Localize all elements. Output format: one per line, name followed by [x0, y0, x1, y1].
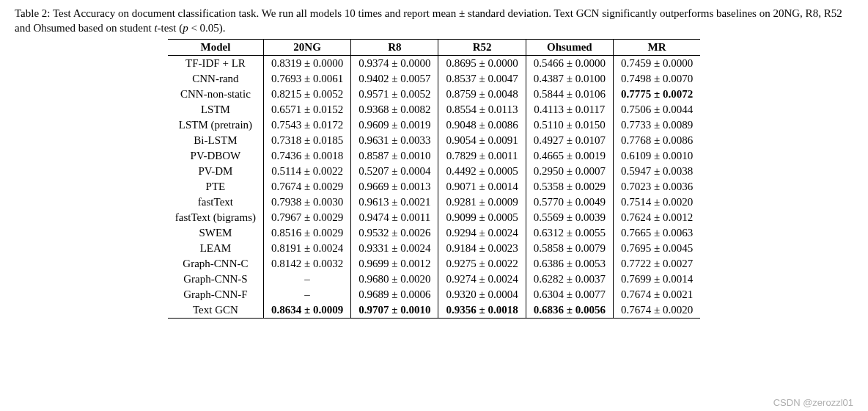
model-cell: CNN-rand [168, 71, 264, 87]
value-cell: 0.9613 ± 0.0021 [351, 194, 438, 210]
model-cell: Bi-LSTM [168, 133, 264, 148]
value-cell: 0.7967 ± 0.0029 [264, 210, 351, 225]
model-cell: CNN-non-static [168, 87, 264, 102]
value-cell: – [264, 287, 351, 302]
value-cell: 0.7514 ± 0.0020 [613, 194, 700, 210]
value-cell: 0.7459 ± 0.0000 [613, 55, 700, 71]
value-cell: 0.9699 ± 0.0012 [351, 256, 438, 272]
table-row: LSTM0.6571 ± 0.01520.9368 ± 0.00820.8554… [168, 102, 700, 117]
value-cell: 0.5466 ± 0.0000 [526, 55, 613, 71]
value-cell: 0.5770 ± 0.0049 [526, 194, 613, 210]
col-model: Model [168, 39, 264, 55]
value-cell: 0.7023 ± 0.0036 [613, 179, 700, 194]
value-cell: 0.7674 ± 0.0021 [613, 287, 700, 302]
table-row: TF-IDF + LR0.8319 ± 0.00000.9374 ± 0.000… [168, 55, 700, 71]
value-cell: 0.9609 ± 0.0019 [351, 117, 438, 133]
value-cell: 0.4387 ± 0.0100 [526, 71, 613, 87]
value-cell: 0.9331 ± 0.0024 [351, 241, 438, 256]
value-cell: 0.9374 ± 0.0000 [351, 55, 438, 71]
value-cell: 0.7693 ± 0.0061 [264, 71, 351, 87]
value-cell: 0.8587 ± 0.0010 [351, 148, 438, 164]
value-cell: 0.7674 ± 0.0029 [264, 179, 351, 194]
value-cell: 0.9320 ± 0.0004 [438, 287, 526, 302]
table-row: Text GCN0.8634 ± 0.00090.9707 ± 0.00100.… [168, 302, 700, 319]
value-cell: 0.9356 ± 0.0018 [438, 302, 526, 319]
value-cell: 0.5110 ± 0.0150 [526, 117, 613, 133]
value-cell: 0.6304 ± 0.0077 [526, 287, 613, 302]
value-cell: 0.9274 ± 0.0024 [438, 272, 526, 287]
table-row: fastText0.7938 ± 0.00300.9613 ± 0.00210.… [168, 194, 700, 210]
caption-mid: -test ( [158, 22, 183, 34]
value-cell: 0.4665 ± 0.0019 [526, 148, 613, 164]
value-cell: 0.9689 ± 0.0006 [351, 287, 438, 302]
value-cell: 0.5569 ± 0.0039 [526, 210, 613, 225]
value-cell: 0.8554 ± 0.0113 [438, 102, 526, 117]
value-cell: 0.5114 ± 0.0022 [264, 164, 351, 179]
col-r52: R52 [438, 39, 526, 55]
value-cell: 0.6109 ± 0.0010 [613, 148, 700, 164]
model-cell: SWEM [168, 225, 264, 241]
value-cell: 0.8759 ± 0.0048 [438, 87, 526, 102]
value-cell: 0.4492 ± 0.0005 [438, 164, 526, 179]
table-row: Bi-LSTM0.7318 ± 0.01850.9631 ± 0.00330.9… [168, 133, 700, 148]
value-cell: 0.7722 ± 0.0027 [613, 256, 700, 272]
results-table: Model 20NG R8 R52 Ohsumed MR TF-IDF + LR… [168, 39, 700, 319]
value-cell: 0.9402 ± 0.0057 [351, 71, 438, 87]
value-cell: 0.9669 ± 0.0013 [351, 179, 438, 194]
value-cell: 0.9281 ± 0.0009 [438, 194, 526, 210]
value-cell: 0.7733 ± 0.0089 [613, 117, 700, 133]
value-cell: 0.9071 ± 0.0014 [438, 179, 526, 194]
model-cell: TF-IDF + LR [168, 55, 264, 71]
model-cell: PTE [168, 179, 264, 194]
value-cell: 0.9571 ± 0.0052 [351, 87, 438, 102]
caption-text: Table 2: Test Accuracy on document class… [15, 7, 842, 34]
value-cell: 0.7829 ± 0.0011 [438, 148, 526, 164]
value-cell: 0.8215 ± 0.0052 [264, 87, 351, 102]
value-cell: 0.7318 ± 0.0185 [264, 133, 351, 148]
value-cell: 0.5207 ± 0.0004 [351, 164, 438, 179]
table-row: Graph-CNN-F–0.9689 ± 0.00060.9320 ± 0.00… [168, 287, 700, 302]
value-cell: 0.9631 ± 0.0033 [351, 133, 438, 148]
table-row: Graph-CNN-S–0.9680 ± 0.00200.9274 ± 0.00… [168, 272, 700, 287]
col-ohsumed: Ohsumed [526, 39, 613, 55]
value-cell: 0.6571 ± 0.0152 [264, 102, 351, 117]
model-cell: LSTM [168, 102, 264, 117]
value-cell: 0.6312 ± 0.0055 [526, 225, 613, 241]
caption-cond: < 0.05). [188, 22, 226, 34]
caption-p: p [183, 22, 188, 34]
table-row: PV-DM0.5114 ± 0.00220.5207 ± 0.00040.449… [168, 164, 700, 179]
value-cell: 0.4113 ± 0.0117 [526, 102, 613, 117]
value-cell: 0.9054 ± 0.0091 [438, 133, 526, 148]
value-cell: 0.5947 ± 0.0038 [613, 164, 700, 179]
table-row: LSTM (pretrain)0.7543 ± 0.01720.9609 ± 0… [168, 117, 700, 133]
value-cell: 0.9680 ± 0.0020 [351, 272, 438, 287]
value-cell: 0.8537 ± 0.0047 [438, 71, 526, 87]
model-cell: PV-DBOW [168, 148, 264, 164]
value-cell: 0.5844 ± 0.0106 [526, 87, 613, 102]
value-cell: 0.9184 ± 0.0023 [438, 241, 526, 256]
value-cell: 0.6282 ± 0.0037 [526, 272, 613, 287]
table-row: PV-DBOW0.7436 ± 0.00180.8587 ± 0.00100.7… [168, 148, 700, 164]
value-cell: 0.7498 ± 0.0070 [613, 71, 700, 87]
col-20ng: 20NG [264, 39, 351, 55]
model-cell: LSTM (pretrain) [168, 117, 264, 133]
value-cell: 0.8634 ± 0.0009 [264, 302, 351, 319]
value-cell: 0.9099 ± 0.0005 [438, 210, 526, 225]
model-cell: Graph-CNN-S [168, 272, 264, 287]
value-cell: 0.9532 ± 0.0026 [351, 225, 438, 241]
value-cell: 0.9368 ± 0.0082 [351, 102, 438, 117]
value-cell: 0.8516 ± 0.0029 [264, 225, 351, 241]
value-cell: 0.7674 ± 0.0020 [613, 302, 700, 319]
value-cell: 0.8695 ± 0.0000 [438, 55, 526, 71]
value-cell: 0.7665 ± 0.0063 [613, 225, 700, 241]
value-cell: 0.9707 ± 0.0010 [351, 302, 438, 319]
value-cell: 0.7436 ± 0.0018 [264, 148, 351, 164]
value-cell: 0.9275 ± 0.0022 [438, 256, 526, 272]
model-cell: Graph-CNN-F [168, 287, 264, 302]
value-cell: 0.7699 ± 0.0014 [613, 272, 700, 287]
table-caption: Table 2: Test Accuracy on document class… [15, 6, 853, 36]
table-row: LEAM0.8191 ± 0.00240.9331 ± 0.00240.9184… [168, 241, 700, 256]
value-cell: 0.7695 ± 0.0045 [613, 241, 700, 256]
col-r8: R8 [351, 39, 438, 55]
value-cell: 0.8319 ± 0.0000 [264, 55, 351, 71]
